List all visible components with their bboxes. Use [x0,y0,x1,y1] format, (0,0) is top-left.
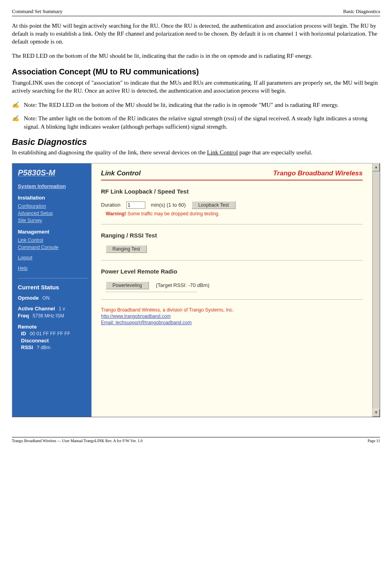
opmode-label: Opmode [18,295,39,301]
footer-links: Trango Broadband Wireless, a division of… [101,307,363,326]
section-ranging: Ranging / RSSI Test [101,232,363,239]
powerleveling-button[interactable]: Powerleveling [106,281,149,289]
section-rf-loopback: RF Link Loopback / Speed Test [101,188,363,196]
paragraph-4: In establishing and diagnosing the quali… [12,148,380,156]
p4c: page that are especially useful. [238,149,312,156]
rssi-label: RSSI [21,344,33,350]
scroll-up-icon[interactable]: ▲ [373,163,380,171]
company-email[interactable]: Email: techsupport@trangobroadband.com [101,319,363,326]
freq-value: 5736 MHz ISM [33,313,64,319]
section-power-level: Power Level Remote Radio [101,268,363,276]
duration-units: min(s) (1 to 60) [151,202,186,208]
divider-1 [101,224,363,224]
sidebar-divider [18,278,88,279]
id-label: ID [21,331,26,336]
status-freq: Freq 5736 MHz ISM [18,312,88,319]
divider-3 [101,299,363,300]
sidebar-brand: P5830S-M [18,167,88,178]
remote-id: ID 00 01 FF FF FF FF [18,330,88,337]
opmode-value: ON [42,295,49,301]
embedded-screenshot: P5830S-M System Information Installation… [12,163,380,417]
p4b-link-control: Link Control [207,149,238,156]
nav-command-console[interactable]: Command Console [18,244,88,251]
warning-rest: Some traffic may be dropped during testi… [126,211,220,217]
nav-advanced-setup[interactable]: Advanced Setup [18,210,88,217]
sidebar: P5830S-M System Information Installation… [12,163,91,417]
id-value: 00 01 FF FF FF FF [30,331,70,336]
nav-site-survey[interactable]: Site Survey [18,217,88,224]
duration-input[interactable] [126,201,145,209]
nav-help[interactable]: Help [18,265,88,272]
target-rssi: (Target RSSI: -70 dBm) [156,282,209,288]
paragraph-3: TrangoLINK uses the concept of "associat… [12,79,380,95]
active-channel-label: Active Channel [18,306,55,312]
status-active-channel: Active Channel 1 v [18,305,88,312]
nav-installation: Installation [18,194,88,201]
nav-logout[interactable]: Logout [18,255,88,261]
note-icon: ✍ [12,101,24,109]
current-status-heading: Current Status [18,283,88,291]
disconnect-label: Disconnect [21,338,49,344]
active-channel-value: 1 v [59,306,65,312]
warning-bold: Warning! [106,211,126,217]
header-right: Basic Diagnostics [343,8,380,15]
note-2-text: Note: The amber light on the bottom of t… [24,114,380,131]
title-rule [101,180,363,180]
main-titlebar: Link Control Trango Broadband Wireless [101,169,363,178]
status-remote: Remote ID 00 01 FF FF FF FF Disconnect R… [18,323,88,351]
divider-2 [101,260,363,260]
page-footer: Trango Broadband Wireless — User Manual … [12,437,380,444]
scroll-down-icon[interactable]: ▼ [373,409,380,417]
note-1: ✍ Note: The RED LED on the bottom of the… [12,101,380,109]
duration-label: Duration [101,202,120,208]
page-header: Command Set Summary Basic Diagnostics [12,8,380,16]
loopback-test-button[interactable]: Loopback Test [192,201,236,209]
power-row: Powerleveling (Target RSSI: -70 dBm) [101,281,363,289]
paragraph-1: At this point the MU will begin actively… [12,22,380,46]
note-1-text: Note: The RED LED on the bottom of the M… [24,101,380,109]
heading-association: Association Concept (MU to RU communicat… [12,66,380,77]
remote-rssi: RSSI ? dBm [18,344,88,351]
page-title: Link Control [101,169,141,178]
ranging-test-button[interactable]: Ranging Test [106,245,147,253]
company-line: Trango Broadband Wireless, a division of… [101,307,234,313]
paragraph-2: The RED LED on the bottom of the MU shou… [12,52,380,60]
footer-left: Trango Broadband Wireless — User Manual … [12,438,143,444]
power-underline [106,292,197,292]
brand-text: Trango Broadband Wireless [273,169,363,178]
loopback-row: Duration min(s) (1 to 60) Loopback Test [101,201,363,209]
note-icon: ✍ [12,114,24,131]
note-2: ✍ Note: The amber light on the bottom of… [12,114,380,131]
header-left: Command Set Summary [12,8,63,15]
warning-text: Warning! Some traffic may be dropped dur… [101,211,363,217]
company-url[interactable]: http://www.trangobroadband.com [101,313,363,319]
main-panel: Link Control Trango Broadband Wireless R… [91,163,372,417]
nav-system-information[interactable]: System Information [18,183,88,190]
freq-label: Freq [18,313,29,319]
nav-management: Management [18,228,88,236]
nav-configuration[interactable]: Configuration [18,203,88,209]
footer-right: Page 11 [367,438,380,444]
heading-diagnostics: Basic Diagnostics [12,136,380,148]
rssi-value: ? dBm [37,345,51,350]
nav-link-control[interactable]: Link Control [18,237,88,243]
remote-label: Remote [18,324,37,330]
p4a: In establishing and diagnosing the quali… [12,149,207,156]
scrollbar[interactable]: ▲ ▼ [372,163,380,417]
status-opmode: Opmode ON [18,294,88,302]
